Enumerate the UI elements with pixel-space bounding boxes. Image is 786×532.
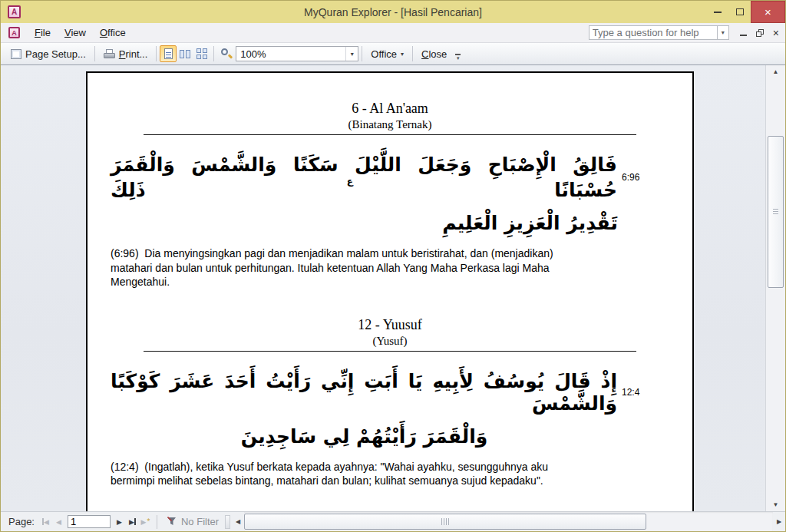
office-menu-button[interactable]: Office ▾	[365, 45, 409, 63]
document-icon: A	[8, 27, 20, 38]
two-pages-view-button[interactable]	[177, 45, 193, 62]
menu-office[interactable]: Office	[93, 25, 133, 41]
horizontal-scrollbar[interactable]: ◀ ▶	[232, 512, 785, 531]
arabic-text: فَالِقُ الْإِصْبَاحِ وَجَعَلَ اللَّيْلَ …	[111, 154, 617, 201]
statusbar-separator	[157, 515, 157, 529]
verse-row: إِذْ قَالَ يُوسُفُ لِأَبِيهِ يَا أَبَتِ …	[111, 370, 669, 415]
help-search-input[interactable]	[589, 25, 718, 40]
one-page-icon	[164, 48, 173, 59]
no-filter-label: No Filter	[181, 516, 219, 527]
title-bar: A MyQuran Explorer - [Hasil Pencarian] ×	[1, 1, 785, 23]
new-record-button[interactable]: ▶*	[139, 515, 152, 529]
waqf-pause-mark: ع	[347, 176, 353, 187]
close-button[interactable]: ×	[751, 1, 785, 23]
verse-translation: (12:4) (Ingatlah), ketika Yusuf berkata …	[111, 460, 574, 488]
horizontal-scroll-thumb[interactable]	[244, 514, 646, 530]
page-setup-button[interactable]: Page Setup...	[5, 45, 91, 63]
help-dropdown-icon[interactable]: ▾	[718, 25, 729, 40]
arabic-verse-line1: إِذْ قَالَ يُوسُفُ لِأَبِيهِ يَا أَبَتِ …	[111, 370, 617, 415]
surah-title: 6 - Al An'aam	[111, 101, 669, 117]
no-filter-button[interactable]: No Filter	[162, 514, 223, 529]
arabic-verse-line1: فَالِقُ الْإِصْبَاحِ وَجَعَلَ اللَّيْلَ …	[111, 154, 617, 201]
last-page-icon	[134, 518, 136, 525]
document-icon-letter: A	[12, 29, 17, 37]
zoom-level-combobox[interactable]: 100% ▾	[236, 46, 358, 61]
last-page-button[interactable]: ▶	[126, 515, 139, 529]
window-title: MyQuran Explorer - [Hasil Pencarian]	[1, 6, 785, 18]
office-dropdown-icon: ▾	[401, 51, 404, 58]
toolbar-separator	[156, 46, 157, 61]
print-button[interactable]: Print...	[98, 45, 154, 63]
multiple-pages-view-button[interactable]	[193, 45, 210, 62]
scroll-down-button[interactable]: ▼	[766, 498, 785, 511]
close-preview-button[interactable]: Close	[416, 45, 452, 63]
toolbar-separator	[94, 46, 95, 61]
left-arrow-icon: ◀	[56, 518, 61, 526]
scroll-up-button[interactable]: ▲	[766, 65, 785, 78]
menu-view[interactable]: View	[58, 25, 93, 41]
first-page-button[interactable]: ◀	[39, 515, 52, 529]
scroll-left-button[interactable]: ◀	[232, 512, 244, 531]
mdi-window-controls: ×	[740, 28, 779, 38]
verse-reference: 12:4	[622, 387, 643, 398]
scroll-right-button[interactable]: ▶	[773, 512, 785, 531]
zoom-dropdown-icon[interactable]: ▾	[345, 47, 358, 61]
print-label: Print...	[119, 48, 148, 60]
mdi-close-button[interactable]: ×	[773, 28, 779, 38]
vertical-scroll-track[interactable]	[766, 78, 785, 498]
mdi-restore-button[interactable]	[756, 29, 764, 37]
toolbar-separator	[412, 46, 413, 61]
print-preview-toolbar: Page Setup... Print... 100% ▾ Office ▾ C…	[1, 43, 785, 65]
window-controls: ×	[706, 1, 785, 23]
minimize-button[interactable]	[706, 1, 728, 23]
filter-funnel-icon	[167, 517, 177, 527]
arabic-text: ذَلِكَ	[111, 179, 146, 201]
close-icon: ×	[765, 6, 771, 18]
left-arrow-icon: ◀	[44, 518, 49, 526]
toolbar-options-chevron-icon: ▾	[457, 56, 460, 60]
office-label: Office	[371, 48, 397, 60]
horizontal-scroll-track[interactable]	[244, 512, 773, 531]
minimize-icon	[714, 12, 722, 13]
report-page[interactable]: 6 - Al An'aam (Binatang Ternak) فَالِقُ …	[86, 71, 694, 511]
print-preview-area: 6 - Al An'aam (Binatang Ternak) فَالِقُ …	[1, 65, 785, 511]
surah-title: 12 - Yuusuf	[111, 317, 669, 333]
right-arrow-icon: ▶	[129, 518, 134, 526]
scroll-thumb-grip	[773, 209, 778, 215]
arabic-verse-line2: وَالْقَمَرَ رَأَيْتُهُمْ لِي سَاجِدِينَ	[111, 425, 618, 448]
toolbar-options-button[interactable]: ▾	[455, 54, 461, 60]
maximize-button[interactable]	[728, 1, 751, 23]
scroll-thumb-grip	[441, 518, 449, 525]
right-arrow-icon: ▶	[117, 518, 122, 526]
surah-subtitle: (Yusuf)	[111, 335, 669, 348]
heading-rule	[144, 351, 636, 352]
print-icon	[104, 49, 115, 58]
page-setup-icon	[11, 49, 21, 59]
current-page-input[interactable]	[68, 515, 111, 528]
verse-row: فَالِقُ الْإِصْبَاحِ وَجَعَلَ اللَّيْلَ …	[111, 154, 669, 201]
menu-file[interactable]: File	[28, 25, 58, 41]
toolbar-separator	[362, 46, 362, 61]
verse-translation: (6:96) Dia menyingsingkan pagi dan menja…	[111, 246, 574, 289]
mdi-minimize-button[interactable]	[740, 35, 747, 36]
maximize-icon	[736, 8, 744, 15]
arabic-verse-line2: تَقْدِيرُ الْعَزِيزِ الْعَلِيمِ	[111, 212, 618, 234]
next-page-button[interactable]: ▶	[113, 515, 126, 529]
menu-bar: A File View Office ▾ ×	[1, 23, 785, 43]
toolbar-separator	[213, 46, 214, 61]
surah-subtitle: (Binatang Ternak)	[111, 118, 669, 131]
status-bar: Page: ◀ ◀ ▶ ▶ ▶* No Filter ◀ ▶	[1, 511, 785, 531]
page-label: Page:	[8, 516, 35, 527]
app-window: A MyQuran Explorer - [Hasil Pencarian] ×…	[0, 0, 786, 532]
two-pages-icon	[180, 50, 190, 58]
previous-page-button[interactable]: ◀	[52, 515, 65, 529]
right-arrow-icon: ▶	[141, 518, 147, 526]
vertical-scrollbar[interactable]: ▲ ▼	[765, 65, 785, 511]
one-page-view-button[interactable]	[160, 45, 177, 62]
page-setup-label: Page Setup...	[25, 48, 86, 60]
vertical-scroll-thumb[interactable]	[768, 136, 784, 288]
verse-reference: 6:96	[622, 172, 643, 183]
zoom-level-value: 100%	[236, 48, 345, 60]
splitter-handle[interactable]	[225, 515, 230, 529]
zoom-magnifier-icon[interactable]	[220, 48, 233, 60]
